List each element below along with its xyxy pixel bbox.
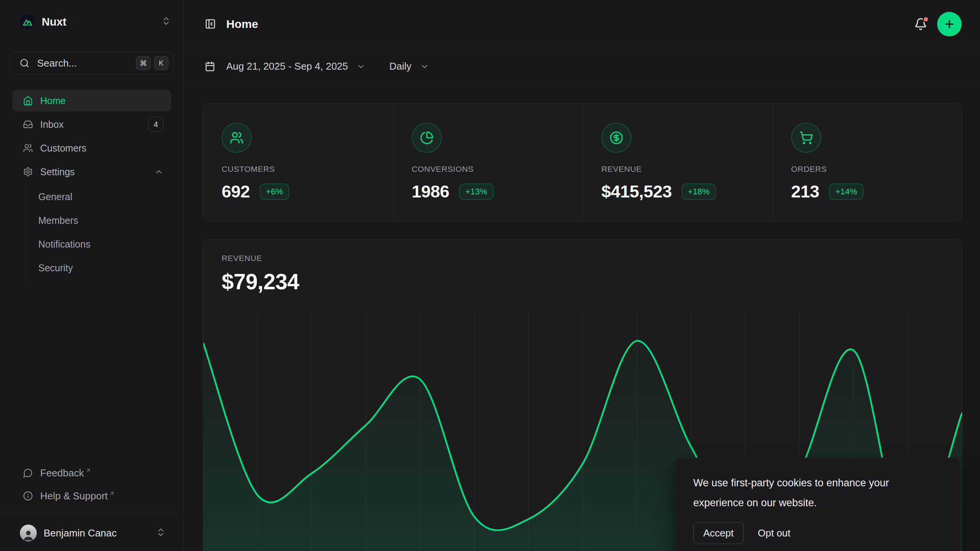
stat-label: ORDERS xyxy=(791,165,947,174)
sidebar-item-notifications[interactable]: Notifications xyxy=(26,232,171,256)
external-link-icon xyxy=(85,468,91,473)
sidebar-item-members[interactable]: Members xyxy=(26,209,171,232)
date-range-picker[interactable]: Aug 21, 2025 - Sep 4, 2025 xyxy=(205,60,366,72)
shopping-cart-icon xyxy=(791,123,821,153)
dollar-circle-icon xyxy=(601,123,631,153)
sidebar: Nuxt Search... ⌘ K Home xyxy=(0,0,184,551)
info-circle-icon xyxy=(23,491,33,501)
help-support-label: Help & Support xyxy=(40,490,108,502)
sidebar-nav: Home Inbox 4 Customers Settings xyxy=(10,90,173,282)
plus-icon xyxy=(943,18,956,30)
stat-value: $415,523 xyxy=(601,182,672,202)
settings-icon xyxy=(23,167,33,177)
accept-button[interactable]: Accept xyxy=(693,522,744,544)
inbox-icon xyxy=(23,119,33,129)
sidebar-item-home[interactable]: Home xyxy=(12,90,171,111)
granularity-select[interactable]: Daily xyxy=(389,60,429,72)
sidebar-item-customers[interactable]: Customers xyxy=(12,137,171,159)
chevrons-up-down-icon xyxy=(156,527,166,539)
sidebar-user-section: Benjamin Canac xyxy=(0,514,183,551)
stat-delta-badge: +18% xyxy=(682,184,716,200)
external-link-icon xyxy=(109,491,115,496)
chevron-down-icon xyxy=(356,62,366,71)
stat-label: CONVERSIONS xyxy=(412,165,568,174)
revenue-chart-label: REVENUE xyxy=(222,254,944,263)
inbox-count-badge: 4 xyxy=(148,117,163,132)
stat-delta-badge: +6% xyxy=(260,184,289,200)
k-key: K xyxy=(154,56,168,70)
stat-card-orders: ORDERS 213 +14% xyxy=(773,104,962,221)
chevrons-up-down-icon xyxy=(161,16,171,28)
chevron-up-icon xyxy=(154,167,163,176)
calendar-icon xyxy=(205,61,215,72)
nuxt-logo-icon xyxy=(20,14,35,29)
users-icon xyxy=(222,123,252,153)
command-key: ⌘ xyxy=(136,56,151,70)
notifications-button[interactable] xyxy=(914,18,927,31)
stats-panel: CUSTOMERS 692 +6% CONVERSIONS 1986 +13% xyxy=(203,103,962,221)
stat-delta-badge: +14% xyxy=(829,184,863,200)
user-menu[interactable]: Benjamin Canac xyxy=(12,519,171,547)
message-circle-icon xyxy=(23,468,33,478)
sidebar-item-inbox[interactable]: Inbox 4 xyxy=(12,114,171,135)
add-button[interactable] xyxy=(937,12,962,36)
granularity-label: Daily xyxy=(389,60,412,72)
stat-card-customers: CUSTOMERS 692 +6% xyxy=(203,104,393,221)
sidebar-item-security[interactable]: Security xyxy=(26,256,171,280)
avatar xyxy=(20,525,37,541)
users-icon xyxy=(23,143,33,153)
sidebar-footer: Feedback Help & Support xyxy=(10,462,173,551)
sidebar-item-label: Inbox xyxy=(40,119,148,130)
opt-out-button[interactable]: Opt out xyxy=(758,527,791,539)
search-icon xyxy=(20,58,29,68)
stat-value: 213 xyxy=(791,182,820,202)
notification-dot xyxy=(923,16,929,23)
cookie-banner: We use first-party cookies to enhance yo… xyxy=(675,458,961,551)
stat-value: 1986 xyxy=(412,182,449,202)
search-input[interactable]: Search... ⌘ K xyxy=(10,52,173,75)
sidebar-item-settings[interactable]: Settings xyxy=(12,161,171,183)
chevron-down-icon xyxy=(420,62,429,71)
sidebar-item-label: Home xyxy=(40,95,163,106)
team-name: Nuxt xyxy=(42,16,161,28)
sidebar-item-general[interactable]: General xyxy=(26,185,171,209)
feedback-link[interactable]: Feedback xyxy=(12,462,171,484)
team-switcher[interactable]: Nuxt xyxy=(20,13,171,31)
user-name: Benjamin Canac xyxy=(44,527,156,539)
home-icon xyxy=(23,96,33,106)
stat-label: CUSTOMERS xyxy=(222,165,378,174)
stat-card-revenue: REVENUE $415,523 +18% xyxy=(583,104,773,221)
date-range-label: Aug 21, 2025 - Sep 4, 2025 xyxy=(226,60,348,72)
filter-bar: Aug 21, 2025 - Sep 4, 2025 Daily xyxy=(184,48,980,85)
help-support-link[interactable]: Help & Support xyxy=(12,485,171,507)
sidebar-item-label: Settings xyxy=(40,166,154,178)
stat-card-conversions: CONVERSIONS 1986 +13% xyxy=(393,104,583,221)
top-header: Home xyxy=(184,0,980,48)
search-placeholder: Search... xyxy=(37,57,133,69)
stat-label: REVENUE xyxy=(601,165,757,174)
revenue-chart-value: $79,234 xyxy=(222,269,944,294)
settings-subnav: General Members Notifications Security xyxy=(26,185,171,280)
panel-left-close-icon[interactable] xyxy=(205,18,216,29)
sidebar-item-label: Customers xyxy=(40,143,163,154)
cookie-message: We use first-party cookies to enhance yo… xyxy=(693,473,942,513)
feedback-label: Feedback xyxy=(40,467,84,479)
stat-value: 692 xyxy=(222,182,250,202)
stat-delta-badge: +13% xyxy=(459,184,493,200)
page-title: Home xyxy=(226,18,914,31)
pie-chart-icon xyxy=(412,123,442,153)
